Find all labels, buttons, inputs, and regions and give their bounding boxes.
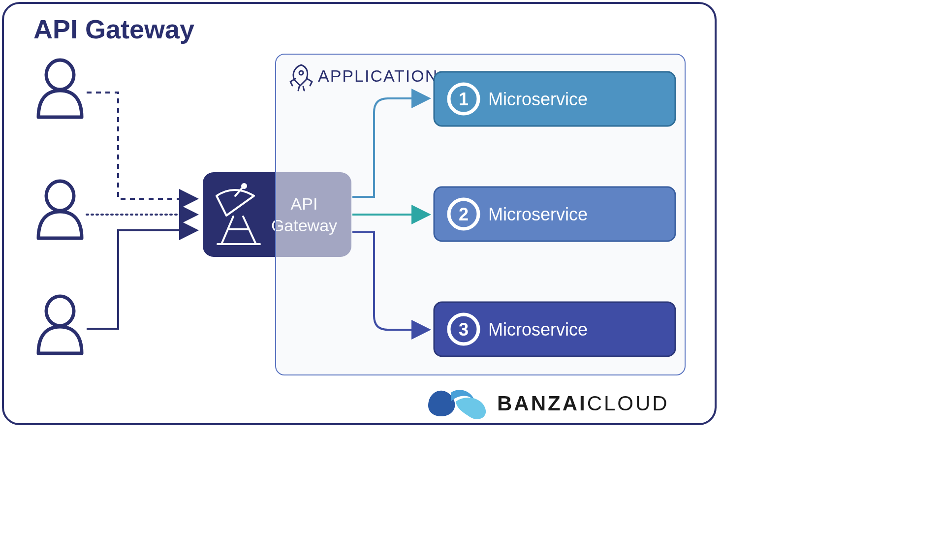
ms3-label: Microservice xyxy=(488,319,588,340)
ms2-num: 2 xyxy=(459,204,469,224)
diagram-canvas: API Gateway xyxy=(0,0,719,427)
diagram-svg: API Gateway xyxy=(0,0,719,427)
svg-point-4 xyxy=(242,184,246,188)
microservice-1: 1 Microservice xyxy=(434,72,675,126)
ms1-label: Microservice xyxy=(488,89,588,109)
ms1-num: 1 xyxy=(459,89,469,109)
ms3-num: 3 xyxy=(459,319,469,340)
ms2-label: Microservice xyxy=(488,204,588,224)
brand-light: CLOUD xyxy=(587,392,669,415)
svg-line-9 xyxy=(303,87,304,91)
brand-bold: BANZAI xyxy=(497,392,587,415)
diagram-title: API Gateway xyxy=(33,14,194,44)
svg-line-8 xyxy=(298,87,299,91)
application-label: APPLICATION xyxy=(318,66,438,85)
microservice-2: 2 Microservice xyxy=(434,187,675,241)
brand-text: BANZAICLOUD xyxy=(497,392,669,415)
microservice-3: 3 Microservice xyxy=(434,302,675,356)
